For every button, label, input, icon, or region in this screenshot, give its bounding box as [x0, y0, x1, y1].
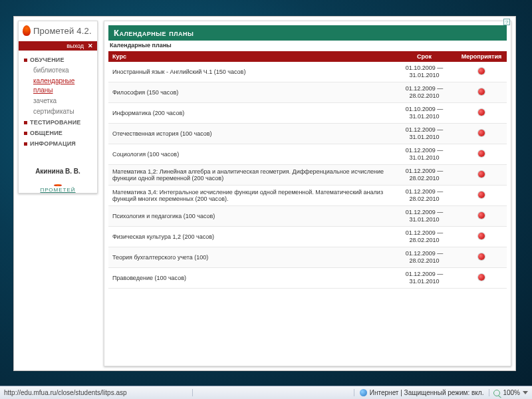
cell-course: Правоведение (100 часов) — [108, 268, 392, 289]
sidebar-nav: ОБУЧЕНИЕ библиотека календарные планы за… — [19, 51, 97, 153]
table-row: Теория бухгалтерского учета (100)01.12.2… — [108, 247, 507, 268]
record-icon[interactable] — [478, 68, 485, 74]
record-icon[interactable] — [478, 233, 485, 239]
cell-actions — [456, 144, 507, 165]
footer-brand-link[interactable]: ПРОМЕТЕЙ — [19, 187, 97, 193]
cell-actions — [456, 62, 507, 82]
cell-term: 01.12.2009 —31.01.2010 — [392, 206, 456, 227]
cell-term: 01.12.2009 —28.02.2010 — [392, 165, 456, 186]
col-course[interactable]: Курс — [108, 51, 392, 62]
col-actions[interactable]: Мероприятия — [456, 51, 507, 62]
cell-term: 01.10.2009 —31.01.2010 — [392, 103, 456, 124]
nav-sub-library[interactable]: библиотека — [24, 65, 94, 76]
help-icon[interactable]: ? — [503, 19, 510, 25]
record-icon[interactable] — [478, 192, 485, 198]
table-row: Философия (150 часов)01.12.2009 —28.02.2… — [108, 82, 507, 103]
col-term[interactable]: Срок — [392, 51, 456, 62]
nav-sub-gradebook[interactable]: зачетка — [24, 96, 94, 106]
cell-course: Математика 3,4: Интегральное исчисление … — [108, 186, 392, 206]
cell-term: 01.12.2009 —31.01.2010 — [392, 144, 456, 165]
page-subtitle: Календарные планы — [110, 42, 507, 49]
viewport: Прометей 4.2. выход ✕ ОБУЧЕНИЕ библиотек… — [0, 0, 532, 399]
page-title: Календарные планы — [108, 25, 507, 41]
cell-course: Иностранный язык - Английский Ч.1 (150 ч… — [108, 62, 392, 82]
status-zoom-section[interactable]: 100% — [489, 389, 532, 396]
current-user: Акинина В. В. — [19, 168, 97, 175]
magnifier-icon — [493, 390, 500, 396]
nav-section-learning[interactable]: ОБУЧЕНИЕ — [24, 55, 94, 65]
nav-sub-certificates[interactable]: сертификаты — [24, 106, 94, 117]
cell-actions — [456, 103, 507, 124]
bullet-icon — [24, 132, 27, 135]
nav-label: ОБУЧЕНИЕ — [30, 55, 65, 65]
bullet-icon — [24, 142, 27, 146]
bullet-icon — [24, 59, 27, 62]
table-row: Социология (100 часов)01.12.2009 —31.01.… — [108, 144, 507, 165]
cell-course: Психология и педагогика (100 часов) — [108, 206, 392, 227]
globe-icon — [360, 389, 367, 396]
record-icon[interactable] — [478, 88, 485, 95]
nav-sub-label: сертификаты — [33, 107, 74, 116]
cell-actions — [456, 165, 507, 186]
record-icon[interactable] — [478, 253, 485, 260]
cell-actions — [456, 268, 507, 289]
cell-actions — [456, 227, 507, 247]
brand-name: Прометей — [33, 26, 74, 36]
browser-status-bar: http://edu.mfua.ru/close/students/litps.… — [0, 386, 532, 399]
bullet-icon — [24, 121, 27, 124]
app-window: Прометей 4.2. выход ✕ ОБУЧЕНИЕ библиотек… — [13, 16, 516, 371]
zoom-value: 100% — [503, 389, 520, 396]
record-icon[interactable] — [478, 150, 485, 157]
nav-sub-calendar-plans[interactable]: календарные планы — [24, 76, 94, 96]
cell-actions — [456, 206, 507, 227]
nav-sub-label: календарные планы — [33, 76, 94, 95]
exit-button[interactable]: выход ✕ — [19, 41, 97, 51]
table-row: Психология и педагогика (100 часов)01.12… — [108, 206, 507, 227]
cell-actions — [456, 186, 507, 206]
brand-logo: Прометей 4.2. — [19, 21, 97, 41]
cell-actions — [456, 247, 507, 268]
record-icon[interactable] — [478, 109, 485, 116]
cell-term: 01.12.2009 —28.02.2010 — [392, 247, 456, 268]
cell-course: Информатика (200 часов) — [108, 103, 392, 124]
table-header-row: Курс Срок Мероприятия — [108, 51, 507, 62]
cell-term: 01.12.2009 —28.02.2010 — [392, 82, 456, 103]
nav-section-testing[interactable]: ТЕСТИРОВАНИЕ — [24, 117, 94, 128]
nav-section-information[interactable]: ИНФОРМАЦИЯ — [24, 138, 94, 149]
close-icon: ✕ — [88, 43, 93, 49]
nav-section-communication[interactable]: ОБЩЕНИЕ — [24, 128, 94, 138]
nav-label: ИНФОРМАЦИЯ — [30, 139, 76, 148]
record-icon[interactable] — [478, 274, 485, 281]
flame-icon — [23, 25, 31, 36]
footer-flame-icon — [54, 184, 62, 186]
status-zone-text: Интернет | Защищенный режим: вкл. — [370, 389, 484, 396]
cell-term: 01.12.2009 —28.02.2010 — [392, 227, 456, 247]
chevron-down-icon — [523, 391, 528, 394]
record-icon[interactable] — [478, 130, 485, 136]
record-icon[interactable] — [478, 212, 485, 219]
table-row: Математика 1,2: Линейная алгебра и анали… — [108, 165, 507, 186]
table-row: Информатика (200 часов)01.10.2009 —31.01… — [108, 103, 507, 124]
cell-course: Теория бухгалтерского учета (100) — [108, 247, 392, 268]
status-url: http://edu.mfua.ru/close/students/litps.… — [0, 389, 193, 396]
cell-actions — [456, 82, 507, 103]
brand-text: Прометей 4.2. — [33, 26, 92, 36]
nav-sub-label: библиотека — [33, 66, 69, 75]
cell-course: Философия (150 часов) — [108, 82, 392, 103]
table-row: Правоведение (100 часов)01.12.2009 —31.0… — [108, 268, 507, 289]
cell-course: Отечественная история (100 часов) — [108, 124, 392, 144]
record-icon[interactable] — [478, 171, 485, 178]
cell-term: 01.12.2009 —31.01.2010 — [392, 124, 456, 144]
sidebar: Прометей 4.2. выход ✕ ОБУЧЕНИЕ библиотек… — [18, 21, 98, 194]
table-row: Математика 3,4: Интегральное исчисление … — [108, 186, 507, 206]
table-row: Физическая культура 1,2 (200 часов)01.12… — [108, 227, 507, 247]
cell-course: Социология (100 часов) — [108, 144, 392, 165]
table-row: Иностранный язык - Английский Ч.1 (150 ч… — [108, 62, 507, 82]
cell-course: Математика 1,2: Линейная алгебра и анали… — [108, 165, 392, 186]
exit-label: выход — [66, 43, 84, 49]
status-zone-section[interactable]: Интернет | Защищенный режим: вкл. — [354, 389, 489, 396]
nav-sub-label: зачетка — [33, 96, 57, 106]
cell-term: 01.12.2009 —28.02.2010 — [392, 186, 456, 206]
content-panel: ? Календарные планы Календарные планы Ку… — [104, 21, 511, 366]
brand-version: 4.2. — [76, 26, 91, 36]
